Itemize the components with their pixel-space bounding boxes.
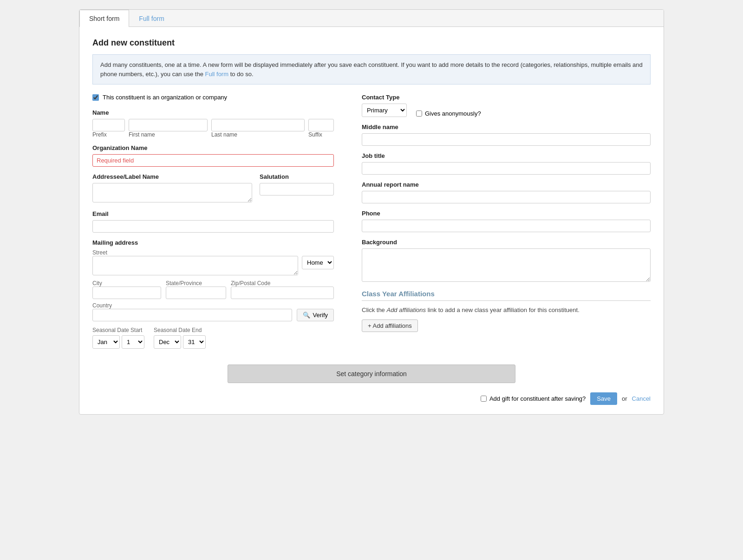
seasonal-start-day-select[interactable]: 1234567891015202531 [122, 335, 144, 349]
state-wrap: State/Province [166, 280, 226, 299]
city-state-zip-row: City State/Province Zip/Postal Code [92, 280, 334, 299]
job-title-label: Job title [362, 152, 651, 159]
first-name-wrap [129, 119, 208, 131]
gives-anonymously-label: Gives anonymously? [425, 110, 481, 117]
country-input[interactable] [92, 309, 292, 321]
cancel-link[interactable]: Cancel [632, 395, 651, 402]
country-label: Country [92, 302, 112, 309]
seasonal-start-group: Seasonal Date Start JanFebMarAprMayJunJu… [92, 327, 144, 349]
background-input[interactable] [362, 248, 651, 282]
org-checkbox[interactable] [92, 94, 99, 101]
address-type-select[interactable]: Home Work Other [302, 256, 334, 269]
country-verify-row: Country 🔍 Verify [92, 302, 334, 321]
suffix-input[interactable] [308, 119, 334, 131]
verify-button[interactable]: 🔍 Verify [297, 309, 334, 321]
add-affiliations-button[interactable]: + Add affiliations [362, 319, 418, 332]
job-title-input[interactable] [362, 162, 651, 175]
search-icon: 🔍 [303, 312, 310, 319]
addressee-wrap: Addressee/Label Name [92, 173, 252, 204]
or-text: or [622, 395, 627, 402]
seasonal-row: Seasonal Date Start JanFebMarAprMayJunJu… [92, 327, 334, 349]
full-form-link[interactable]: Full form [205, 71, 228, 78]
street-row: Home Work Other [92, 256, 334, 277]
bottom-row: Add gift for constituent after saving? S… [92, 391, 651, 405]
street-sublabel: Street [92, 249, 107, 256]
info-banner-text-after: to do so. [228, 71, 253, 78]
last-name-sublabel: Last name [211, 131, 305, 138]
middle-name-input[interactable] [362, 133, 651, 146]
job-title-section: Job title [362, 152, 651, 175]
main-card: Short form Full form Add new constituent… [79, 9, 664, 415]
tab-short-form[interactable]: Short form [79, 10, 129, 27]
left-column: This constituent is an organization or c… [92, 94, 334, 355]
addressee-label: Addressee/Label Name [92, 173, 252, 180]
last-name-input[interactable] [211, 119, 305, 131]
zip-input[interactable] [231, 287, 334, 299]
mailing-section: Mailing address Street Home Work Other [92, 239, 334, 349]
annual-report-label: Annual report name [362, 181, 651, 188]
zip-wrap: Zip/Postal Code [231, 280, 334, 299]
affiliations-desc-before: Click the [362, 306, 386, 313]
prefix-sublabel: Prefix [92, 131, 125, 138]
seasonal-start-label: Seasonal Date Start [92, 327, 144, 333]
set-category-wrap: Set category information [92, 365, 651, 383]
state-label: State/Province [166, 280, 202, 287]
org-checkbox-row: This constituent is an organization or c… [92, 94, 334, 101]
info-banner: Add many constituents, one at a time. A … [92, 54, 651, 85]
last-name-wrap [211, 119, 305, 131]
contact-type-group: Contact Type Primary Secondary Other [362, 94, 407, 117]
two-col-layout: This constituent is an organization or c… [92, 94, 651, 355]
city-input[interactable] [92, 287, 161, 299]
salutation-wrap: Salutation [260, 173, 334, 204]
name-label: Name [92, 109, 334, 116]
gift-checkbox[interactable] [481, 396, 487, 402]
tab-full-form[interactable]: Full form [129, 10, 174, 27]
country-wrap: Country [92, 302, 292, 321]
suffix-wrap [308, 119, 334, 131]
email-input[interactable] [92, 220, 334, 233]
save-button[interactable]: Save [590, 392, 617, 405]
seasonal-end-month-select[interactable]: JanFebMarAprMayJunJulAugSepOctNovDec [154, 335, 181, 349]
affiliations-desc-after: link to add a new class year affiliation… [426, 306, 580, 313]
suffix-sublabel: Suffix [308, 131, 334, 138]
affiliations-section: Class Year Affiliations Click the Add af… [362, 290, 651, 332]
seasonal-end-group: Seasonal Date End JanFebMarAprMayJunJulA… [154, 327, 206, 349]
annual-report-section: Annual report name [362, 181, 651, 203]
first-name-input[interactable] [129, 119, 208, 131]
name-section: Name [92, 109, 334, 138]
city-wrap: City [92, 280, 161, 299]
set-category-button[interactable]: Set category information [228, 365, 515, 383]
email-label: Email [92, 210, 334, 217]
seasonal-end-day-select[interactable]: 1234567891015202531 [183, 335, 206, 349]
background-section: Background [362, 239, 651, 283]
org-name-input[interactable] [92, 154, 334, 167]
name-sub-labels: Prefix First name Last name Suffix [92, 131, 334, 138]
state-input[interactable] [166, 287, 226, 299]
background-label: Background [362, 239, 651, 246]
street-input-wrap [92, 256, 298, 277]
prefix-input[interactable] [92, 119, 125, 131]
contact-type-label: Contact Type [362, 94, 407, 101]
info-banner-text-before: Add many constituents, one at a time. A … [100, 61, 643, 78]
verify-label: Verify [313, 312, 328, 319]
salutation-input[interactable] [260, 183, 334, 195]
gives-anonymously-checkbox[interactable] [416, 111, 422, 117]
seasonal-start-month-select[interactable]: JanFebMarAprMayJunJulAugSepOctNovDec [92, 335, 120, 349]
middle-name-label: Middle name [362, 124, 651, 130]
city-label: City [92, 280, 102, 287]
gift-label-text: Add gift for constituent after saving? [489, 395, 586, 402]
addressee-input[interactable] [92, 183, 252, 202]
seasonal-end-selects: JanFebMarAprMayJunJulAugSepOctNovDec 123… [154, 335, 206, 349]
annual-report-input[interactable] [362, 191, 651, 203]
email-section: Email [92, 210, 334, 233]
contact-type-select[interactable]: Primary Secondary Other [362, 104, 407, 117]
middle-name-section: Middle name [362, 124, 651, 146]
prefix-wrap [92, 119, 125, 131]
zip-label: Zip/Postal Code [231, 280, 270, 287]
form-title: Add new constituent [92, 38, 651, 48]
phone-input[interactable] [362, 220, 651, 232]
name-inputs-row [92, 119, 334, 131]
tab-bar: Short form Full form [79, 10, 664, 27]
mailing-label: Mailing address [92, 239, 334, 246]
street-input[interactable] [92, 256, 298, 275]
